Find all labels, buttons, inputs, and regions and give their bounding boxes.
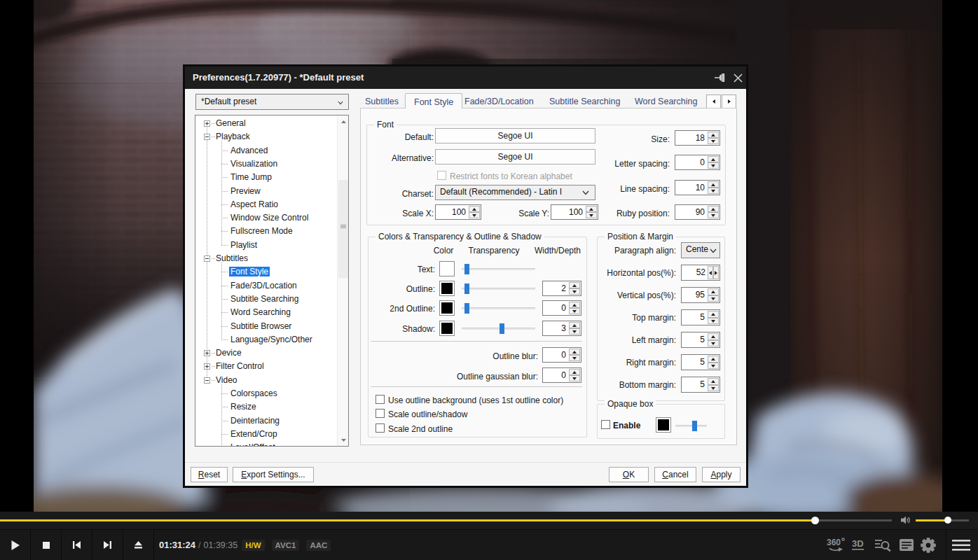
scale-x-spinner[interactable]: 100 [435,204,481,220]
tab-fade-3d-location[interactable]: Fade/3D/Location [464,97,534,108]
spin-left-button[interactable] [708,266,713,279]
opaque-level-slider[interactable] [675,421,707,431]
tree-item-playback[interactable]: Playback [195,130,336,144]
spin-down-button[interactable] [708,188,719,194]
scale-outline-shadow-checkbox[interactable] [376,409,385,418]
video-360-button[interactable]: 360 [823,530,848,560]
shadow-transparency-slider[interactable] [462,323,535,334]
outline-color-swatch[interactable] [439,281,455,296]
tree-item-colorspaces[interactable]: Colorspaces [195,387,336,401]
right-margin-spinner[interactable]: 5 [681,354,720,370]
spin-up-button[interactable] [569,349,580,355]
spin-up-button[interactable] [708,333,719,340]
slider-thumb[interactable] [464,264,469,274]
export-settings-button[interactable]: Export Settings... [233,467,314,482]
tree-item-advanced[interactable]: Advanced [195,144,336,158]
gaussian-blur-spinner[interactable]: 0 [542,368,581,383]
top-margin-spinner[interactable]: 5 [681,309,720,326]
spin-down-button[interactable] [586,212,597,218]
tree-item-extend-crop[interactable]: Extend/Crop [195,428,336,442]
spin-down-button[interactable] [569,355,580,361]
menu-button[interactable] [949,530,973,560]
tree-item-filter-control[interactable]: Filter Control [195,360,336,374]
outline-transparency-slider[interactable] [462,284,535,294]
settings-button[interactable] [918,530,939,560]
shadow-color-swatch[interactable] [439,321,455,336]
playlist-search-button[interactable] [872,530,895,560]
tree-expander-plus-icon[interactable] [204,120,210,127]
outline-width-spinner[interactable]: 2 [542,281,581,296]
tree-expander-minus-icon[interactable] [204,255,210,262]
tab-font-style[interactable]: Font Style [405,93,462,108]
slider-thumb[interactable] [464,284,469,294]
tree-item-deinterlacing[interactable]: Deinterlacing [195,414,336,428]
scroll-up-arrow[interactable] [338,115,349,127]
spin-down-button[interactable] [708,295,719,302]
2nd-outline-width-spinner[interactable]: 0 [542,300,581,316]
tab-subtitle-searching[interactable]: Subtitle Searching [549,97,620,108]
bottom-margin-spinner[interactable]: 5 [681,377,720,393]
tree-item-language-sync-other[interactable]: Language/Sync/Other [195,333,336,347]
tab-subtitles[interactable]: Subtitles [365,97,399,108]
spin-down-button[interactable] [708,212,719,218]
outline-blur-spinner[interactable]: 0 [542,347,581,363]
seekbar-remaining[interactable] [817,519,892,522]
shadow-width-spinner[interactable]: 3 [542,321,581,336]
seekbar-knob[interactable] [811,517,819,524]
spin-up-button[interactable] [708,156,719,162]
spin-up-button[interactable] [708,206,719,212]
tree-expander-minus-icon[interactable] [204,134,210,140]
play-button[interactable] [0,530,30,560]
default-font-button[interactable]: Segoe UI [435,128,595,144]
spin-right-button[interactable] [713,266,719,279]
osd-panel-button[interactable] [897,530,916,560]
spin-up-button[interactable] [708,356,719,363]
spin-down-button[interactable] [708,363,719,369]
spin-down-button[interactable] [708,138,719,144]
seekbar-played[interactable] [0,519,813,522]
tree-item-subtitles[interactable]: Subtitles [195,252,336,266]
tree-item-video[interactable]: Video [195,374,336,388]
tab-scroll-left[interactable] [706,94,721,108]
spin-down-button[interactable] [569,375,580,382]
tree-item-subtitle-searching[interactable]: Subtitle Searching [195,293,336,307]
tree-item-level-offset[interactable]: Level/Offset [195,441,336,447]
use-outline-background-uses--checkbox[interactable] [376,395,385,404]
opaque-color-swatch[interactable] [656,417,671,433]
tree-expander-minus-icon[interactable] [204,377,210,384]
tree-item-resize[interactable]: Resize [195,400,336,414]
previous-button[interactable] [62,530,92,560]
scale-2nd-outline-checkbox[interactable] [376,424,385,433]
volume-remaining[interactable] [950,519,969,522]
tree-expander-plus-icon[interactable] [204,363,210,370]
size-spinner[interactable]: 18 [675,130,720,146]
spin-up-button[interactable] [569,369,580,375]
volume-knob[interactable] [944,517,951,524]
tree-item-time-jump[interactable]: Time Jump [195,171,336,185]
dialog-titlebar[interactable]: Preferences(1.7.20977) - *Default preset [185,66,746,89]
tree-item-subtitle-browser[interactable]: Subtitle Browser [195,320,336,334]
spin-down-button[interactable] [708,340,719,346]
spin-up-button[interactable] [569,302,580,308]
tree-item-general[interactable]: General [195,117,336,131]
tree-item-window-size-control[interactable]: Window Size Control [195,211,336,225]
tree-item-fade-3d-location[interactable]: Fade/3D/Location [195,279,336,293]
spin-down-button[interactable] [569,308,580,314]
spin-down-button[interactable] [569,288,580,295]
tree-item-visualization[interactable]: Visualization [195,158,336,172]
spin-up-button[interactable] [569,322,580,328]
spin-up-button[interactable] [708,288,719,295]
scroll-down-arrow[interactable] [338,434,349,446]
spin-down-button[interactable] [569,328,580,335]
spin-up-button[interactable] [708,132,719,138]
preset-combobox[interactable]: *Default preset [195,94,349,110]
restrict-korean-checkbox[interactable] [437,171,446,180]
charset-combobox[interactable]: Default (Recommended) - Latin I [435,185,595,200]
tree-item-playlist[interactable]: Playlist [195,239,336,253]
line-spacing-spinner[interactable]: 10 [675,180,720,195]
spin-up-button[interactable] [708,378,719,385]
spin-down-button[interactable] [708,385,719,391]
tab-scroll-right[interactable] [722,94,736,108]
eject-button[interactable] [123,530,153,560]
slider-thumb[interactable] [500,323,504,334]
